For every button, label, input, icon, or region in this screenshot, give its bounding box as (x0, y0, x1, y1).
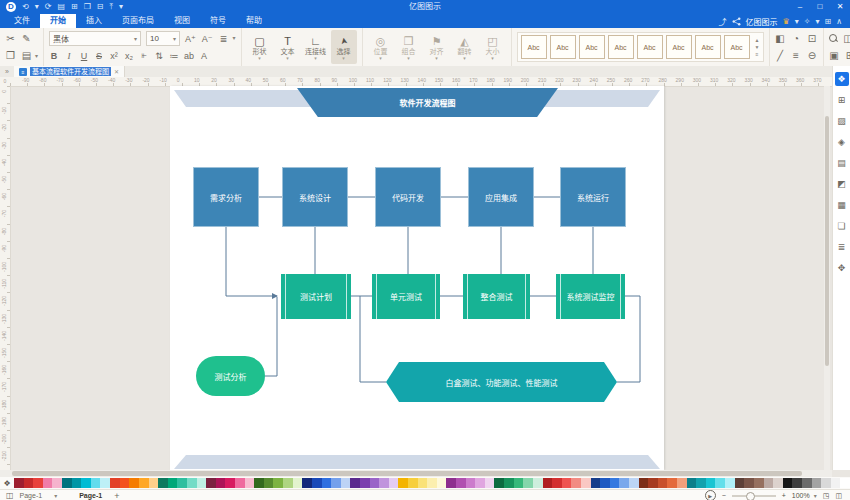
flow-node-test-plan[interactable]: 测试计划 (281, 274, 351, 319)
style-gallery-item-6[interactable]: Abc (695, 35, 721, 59)
fill-bucket-icon[interactable]: ❖ (0, 479, 14, 488)
palette-color[interactable] (427, 478, 437, 488)
active-page-tab[interactable]: Page-1 (79, 492, 102, 499)
document-tab-title[interactable]: 基本流程软件开发流程图 (30, 67, 111, 76)
palette-color[interactable] (552, 478, 562, 488)
select-tool-caret-icon[interactable]: ▾ (342, 56, 345, 61)
format-painter-icon[interactable]: ✎ (21, 31, 32, 46)
palette-color[interactable] (62, 478, 72, 488)
palette-color[interactable] (725, 478, 735, 488)
palette-color[interactable] (370, 478, 380, 488)
drawing-page[interactable]: 软件开发流程图 需求分析 系统设计 代码开发 应用集成 系统运行 测试计划 单元… (170, 86, 664, 470)
undo-icon[interactable]: ⟲ (22, 0, 29, 14)
page-selector-dropdown[interactable]: Page-1▾ (20, 492, 58, 499)
flow-node-system-design[interactable]: 系统设计 (282, 167, 348, 227)
menu-page-layout[interactable]: 页面布局 (112, 14, 164, 28)
style-gallery-item-4[interactable]: Abc (637, 35, 663, 59)
palette-color[interactable] (273, 478, 283, 488)
pan-mode-icon[interactable]: ◫ (835, 492, 842, 500)
flow-node-unit-test[interactable]: 单元测试 (372, 274, 440, 319)
add-page-button[interactable]: + (114, 491, 119, 500)
barcode-icon[interactable]: ⊞ (845, 48, 850, 63)
palette-color[interactable] (831, 478, 841, 488)
palette-color[interactable] (773, 478, 783, 488)
lock-icon[interactable]: ⊖ (807, 48, 818, 63)
palette-color[interactable] (475, 478, 485, 488)
gift-icon[interactable]: ✧ (804, 17, 811, 26)
palette-color[interactable] (302, 478, 312, 488)
vertical-scrollbar[interactable] (824, 86, 830, 470)
palette-color[interactable] (581, 478, 591, 488)
palette-color[interactable] (783, 478, 793, 488)
zoom-caret-icon[interactable]: ▾ (814, 492, 817, 499)
export-icon[interactable]: ⤒ (110, 0, 114, 14)
paste-caret-icon[interactable]: ▾ (35, 52, 38, 59)
palette-color[interactable] (533, 478, 543, 488)
copy-icon[interactable]: ❐ (5, 48, 16, 63)
horizontal-scrollbar[interactable] (0, 470, 832, 477)
align[interactable]: ⚑对齐▾ (424, 30, 450, 64)
text-style-icon[interactable]: ≣ (219, 34, 229, 44)
size[interactable]: ◰大小▾ (480, 30, 506, 64)
palette-color[interactable] (456, 478, 466, 488)
palette-color[interactable] (418, 478, 428, 488)
flow-node-integration[interactable]: 应用集成 (468, 167, 534, 227)
format-paint-icon[interactable]: ❖ (835, 72, 849, 86)
undo-caret-icon[interactable]: ▾ (35, 0, 39, 14)
menu-symbols[interactable]: 符号 (200, 14, 236, 28)
style-gallery-item-2[interactable]: Abc (579, 35, 605, 59)
app-logo-icon[interactable]: D (6, 2, 16, 12)
gallery-more-icon[interactable]: ≡ (755, 51, 760, 57)
palette-color[interactable] (821, 478, 831, 488)
brand-label[interactable]: 亿图图示 (746, 16, 778, 27)
zoom-in-button[interactable]: + (782, 492, 786, 499)
fill-icon[interactable]: ◧ (775, 31, 786, 46)
palette-color[interactable] (91, 478, 101, 488)
palette-color[interactable] (514, 478, 524, 488)
shape-tool-caret-icon[interactable]: ▾ (258, 56, 261, 61)
flow-node-requirements[interactable]: 需求分析 (193, 167, 259, 227)
apps-grid-icon[interactable]: ⊞ (824, 17, 831, 26)
connector-tool-caret-icon[interactable]: ▾ (314, 56, 317, 61)
palette-color[interactable] (571, 478, 581, 488)
connector-tool[interactable]: ∟连接线▾ (303, 30, 329, 64)
palette-color[interactable] (379, 478, 389, 488)
bold-icon[interactable]: B (49, 51, 59, 61)
palette-color[interactable] (283, 478, 293, 488)
palette-color[interactable] (639, 478, 649, 488)
flow-node-operation[interactable]: 系统运行 (560, 167, 626, 227)
table-icon[interactable]: ▦ (835, 198, 849, 212)
maximize-button[interactable]: □ (810, 0, 830, 14)
upload-icon[interactable]: ⤴ (719, 16, 727, 27)
export-caret-icon[interactable]: ▾ (119, 0, 123, 14)
palette-color[interactable] (706, 478, 716, 488)
fullscreen-icon[interactable]: ✥ (835, 261, 849, 275)
subscript-icon[interactable]: x₂ (124, 51, 134, 61)
zoom-level-label[interactable]: 100% (792, 492, 810, 499)
palette-color[interactable] (494, 478, 504, 488)
container-icon[interactable]: ▣ (829, 48, 840, 63)
palette-color[interactable] (293, 478, 303, 488)
palette-color[interactable] (341, 478, 351, 488)
position[interactable]: ◎位置▾ (368, 30, 394, 64)
palette-color[interactable] (687, 478, 697, 488)
text-tool-caret-icon[interactable]: ▾ (286, 56, 289, 61)
gift-caret-icon[interactable]: ▾ (815, 17, 819, 26)
palette-color[interactable] (158, 478, 168, 488)
text-style-caret-icon[interactable]: ▾ (233, 34, 236, 44)
palette-color[interactable] (100, 478, 110, 488)
gallery-down-icon[interactable]: ▼ (755, 44, 760, 50)
palette-color[interactable] (398, 478, 408, 488)
palette-color[interactable] (225, 478, 235, 488)
palette-color[interactable] (168, 478, 178, 488)
palette-color[interactable] (754, 478, 764, 488)
group-caret-icon[interactable]: ▾ (407, 56, 410, 61)
palette-color[interactable] (120, 478, 130, 488)
palette-color[interactable] (446, 478, 456, 488)
palette-color[interactable] (254, 478, 264, 488)
palette-color[interactable] (812, 478, 822, 488)
palette-color[interactable] (437, 478, 447, 488)
shadow-icon[interactable]: ◔ (791, 31, 802, 46)
char-spacing-icon[interactable]: ⫦ (139, 50, 149, 61)
flow-node-integration-test[interactable]: 整合测试 (463, 274, 530, 319)
